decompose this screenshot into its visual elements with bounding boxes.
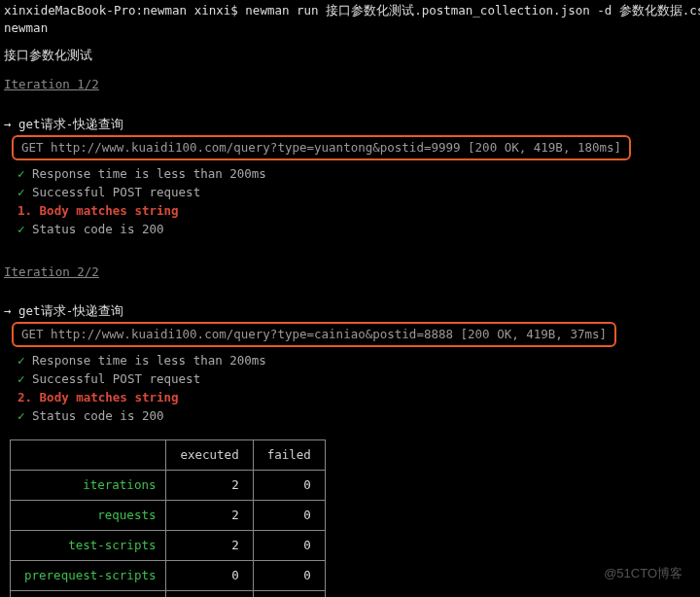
assertion-text: Successful POST request	[32, 371, 200, 386]
fail-number: 2.	[18, 390, 40, 404]
row-executed: 0	[166, 561, 253, 591]
test-assertion: ✓ Response time is less than 200ms	[18, 352, 696, 369]
assertion-text: Response time is less than 200ms	[32, 353, 266, 368]
row-executed: 8	[166, 591, 253, 597]
row-label: requests	[11, 500, 166, 530]
assertion-text: Status code is 200	[32, 408, 163, 423]
watermark: @51CTO博客	[604, 565, 682, 583]
row-label: test-scripts	[11, 530, 166, 560]
table-row: prerequest-scripts00	[11, 561, 326, 591]
table-row: requests20	[11, 500, 326, 530]
request-line-highlight: GET http://www.kuaidi100.com/query?type=…	[12, 135, 631, 160]
test-assertion: ✓ Status code is 200	[18, 407, 696, 425]
test-assertion: ✓ Successful POST request	[18, 184, 696, 201]
table-header-failed: failed	[253, 439, 325, 470]
test-assertion: ✓ Status code is 200	[18, 221, 696, 238]
summary-table: executed failed iterations20requests20te…	[10, 439, 326, 598]
test-assertion: ✓ Successful POST request	[18, 370, 696, 388]
table-header-blank	[11, 439, 166, 470]
row-label: prerequest-scripts	[11, 561, 166, 591]
runner-name: newman	[4, 19, 696, 37]
check-icon: ✓	[18, 353, 32, 368]
assertion-text: Successful POST request	[32, 185, 200, 199]
request-line-highlight: GET http://www.kuaidi100.com/query?type=…	[12, 322, 616, 347]
shell-prompt: xinxideMacBook-Pro:newman xinxi$ newman …	[4, 2, 696, 19]
test-results: ✓ Response time is less than 200ms✓ Succ…	[4, 352, 696, 426]
request-label: → get请求-快递查询	[4, 302, 696, 320]
test-assertion: 2. Body matches string	[18, 389, 696, 406]
check-icon: ✓	[18, 222, 32, 236]
row-failed: 0	[253, 561, 325, 591]
test-results: ✓ Response time is less than 200ms✓ Succ…	[4, 165, 696, 239]
row-failed: 0	[253, 530, 325, 560]
table-row: assertions82	[11, 591, 326, 597]
check-icon: ✓	[18, 371, 32, 386]
table-row: test-scripts20	[11, 530, 326, 560]
row-failed: 2	[253, 591, 325, 597]
row-executed: 2	[166, 470, 253, 500]
assertion-text: Body matches string	[40, 203, 179, 218]
test-assertion: ✓ Response time is less than 200ms	[18, 165, 696, 183]
table-header-executed: executed	[166, 439, 253, 470]
row-executed: 2	[166, 530, 253, 560]
check-icon: ✓	[18, 185, 32, 199]
fail-number: 1.	[18, 203, 40, 218]
assertion-text: Status code is 200	[32, 222, 163, 236]
test-assertion: 1. Body matches string	[18, 202, 696, 220]
table-row: iterations20	[11, 470, 326, 500]
iteration-header: Iteration 1/2	[4, 76, 99, 93]
assertion-text: Response time is less than 200ms	[32, 166, 266, 181]
row-label: assertions	[11, 591, 166, 597]
row-executed: 2	[166, 500, 253, 530]
request-label: → get请求-快递查询	[4, 116, 696, 133]
collection-title: 接口参数化测试	[4, 47, 696, 64]
row-failed: 0	[253, 470, 325, 500]
assertion-text: Body matches string	[40, 390, 179, 404]
iteration-header: Iteration 2/2	[4, 263, 99, 281]
row-failed: 0	[253, 500, 325, 530]
row-label: iterations	[11, 470, 166, 500]
check-icon: ✓	[18, 408, 32, 423]
check-icon: ✓	[18, 166, 32, 181]
